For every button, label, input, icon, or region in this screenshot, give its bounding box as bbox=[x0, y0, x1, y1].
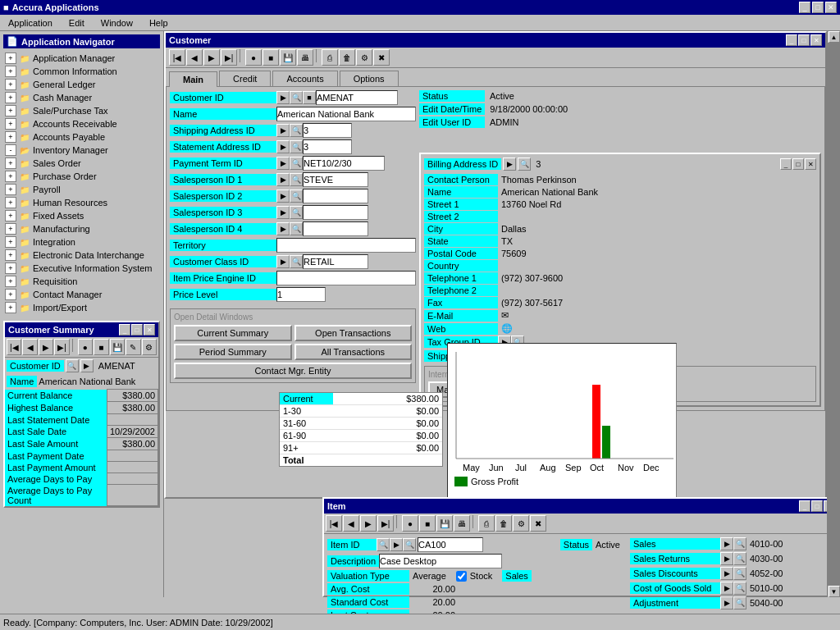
expand-icon[interactable]: + bbox=[5, 302, 16, 313]
sidebar-item-tax[interactable]: + 📁 Sale/Purchase Tax bbox=[3, 104, 160, 117]
billing-icon2[interactable]: 🔍 bbox=[518, 158, 531, 171]
cw-nav-next[interactable]: ▶ bbox=[203, 49, 220, 66]
pay-icon1[interactable]: ▶ bbox=[276, 157, 290, 170]
expand-icon[interactable]: + bbox=[5, 171, 16, 182]
sp4-icon2[interactable]: 🔍 bbox=[290, 222, 303, 235]
stock-checkbox[interactable] bbox=[456, 571, 467, 582]
expand-icon[interactable]: + bbox=[5, 276, 16, 287]
territory-input[interactable] bbox=[276, 238, 416, 253]
sp1-input[interactable] bbox=[303, 172, 368, 187]
acct-adj-icon1[interactable]: ▶ bbox=[720, 596, 733, 609]
class-icon1[interactable]: ▶ bbox=[276, 255, 290, 268]
sidebar-item-fixed-assets[interactable]: + 📁 Fixed Assets bbox=[3, 209, 160, 222]
sidebar-item-gl[interactable]: + 📁 General Ledger bbox=[3, 78, 160, 91]
sp2-icon1[interactable]: ▶ bbox=[276, 189, 290, 203]
cw-config[interactable]: ⚙ bbox=[356, 49, 372, 66]
expand-icon[interactable]: + bbox=[5, 236, 16, 248]
pl-input[interactable] bbox=[276, 287, 326, 302]
sidebar-item-payroll[interactable]: + 📁 Payroll bbox=[3, 183, 160, 196]
expand-icon[interactable]: + bbox=[5, 210, 16, 221]
cw-extra[interactable]: ✖ bbox=[373, 49, 390, 66]
iw-print[interactable]: 🖶 bbox=[454, 515, 470, 532]
expand-icon[interactable]: + bbox=[5, 66, 16, 77]
cw-nav-first[interactable]: |◀ bbox=[169, 49, 185, 66]
cid-icon2[interactable]: 🔍 bbox=[290, 91, 303, 104]
cw-close[interactable]: ✕ bbox=[810, 34, 822, 46]
expand-icon[interactable]: + bbox=[5, 249, 16, 261]
iw-maximize[interactable]: □ bbox=[811, 500, 823, 512]
cw-maximize[interactable]: □ bbox=[798, 34, 810, 46]
cid-icon3[interactable]: ■ bbox=[303, 91, 316, 104]
sidebar-item-ap[interactable]: + 📁 Accounts Payable bbox=[3, 130, 160, 144]
ship-icon1[interactable]: ▶ bbox=[276, 124, 290, 137]
expand-icon[interactable]: + bbox=[5, 197, 16, 208]
sp2-input[interactable] bbox=[303, 189, 368, 203]
maximize-btn[interactable]: □ bbox=[812, 2, 824, 13]
pay-input[interactable] bbox=[303, 156, 385, 171]
sidebar-item-contact[interactable]: + 📁 Contact Manager bbox=[3, 288, 160, 301]
tab-credit[interactable]: Credit bbox=[219, 71, 271, 86]
iw-copy[interactable]: ⎙ bbox=[478, 515, 495, 532]
expand-icon[interactable]: + bbox=[5, 223, 16, 235]
btn-open-transactions[interactable]: Open Transactions bbox=[294, 325, 413, 341]
menu-window[interactable]: Window bbox=[96, 16, 138, 30]
item-icon3[interactable]: 🔍 bbox=[403, 538, 416, 551]
expand-icon[interactable]: + bbox=[5, 131, 16, 143]
name-input[interactable] bbox=[276, 107, 416, 121]
menu-edit[interactable]: Edit bbox=[64, 16, 89, 30]
pay-icon2[interactable]: 🔍 bbox=[290, 157, 303, 170]
acct-adj-icon2[interactable]: 🔍 bbox=[733, 596, 746, 609]
iw-minimize[interactable]: _ bbox=[799, 500, 810, 512]
sp2-icon2[interactable]: 🔍 bbox=[290, 189, 303, 203]
cs-nav-last[interactable]: ▶| bbox=[54, 339, 69, 355]
cs-btn2[interactable]: ■ bbox=[94, 339, 108, 355]
acct-sales-icon2[interactable]: 🔍 bbox=[733, 537, 746, 550]
cw-print[interactable]: 🖶 bbox=[297, 49, 313, 66]
acct-sales-icon1[interactable]: ▶ bbox=[720, 537, 733, 550]
stmt-icon1[interactable]: ▶ bbox=[276, 140, 290, 153]
cs-nav-first[interactable]: |◀ bbox=[7, 339, 21, 355]
cs-close[interactable]: ✕ bbox=[144, 324, 155, 336]
billing-close[interactable]: ✕ bbox=[805, 158, 816, 170]
iw-edit[interactable]: ■ bbox=[419, 515, 436, 532]
sidebar-item-cash[interactable]: + 📁 Cash Manager bbox=[3, 91, 160, 104]
expand-icon[interactable]: + bbox=[5, 118, 16, 130]
cw-delete[interactable]: 🗑 bbox=[339, 49, 355, 66]
sp3-input[interactable] bbox=[303, 205, 368, 220]
cs-nav-next[interactable]: ▶ bbox=[39, 339, 53, 355]
iw-save[interactable]: 💾 bbox=[436, 515, 453, 532]
sidebar-item-import[interactable]: + 📁 Import/Export bbox=[3, 301, 160, 314]
sidebar-item-inventory[interactable]: - 📂 Inventory Manager bbox=[3, 144, 160, 157]
scroll-track[interactable] bbox=[828, 43, 840, 586]
main-scrollbar[interactable]: ▲ ▼ bbox=[827, 31, 840, 597]
btn-all-transactions[interactable]: All Transactions bbox=[294, 344, 413, 360]
expand-icon[interactable]: - bbox=[5, 144, 16, 156]
class-icon2[interactable]: 🔍 bbox=[290, 255, 303, 268]
btn-period-summary[interactable]: Period Summary bbox=[174, 344, 292, 360]
menu-help[interactable]: Help bbox=[144, 16, 173, 30]
tab-accounts[interactable]: Accounts bbox=[272, 71, 337, 86]
close-btn[interactable]: ✕ bbox=[825, 2, 837, 13]
cs-maximize[interactable]: □ bbox=[131, 324, 143, 336]
iw-add[interactable]: ● bbox=[402, 515, 418, 532]
iw-nav-prev[interactable]: ◀ bbox=[343, 515, 359, 532]
cs-lookup-btn[interactable]: ▶ bbox=[80, 359, 94, 372]
sidebar-item-integration[interactable]: + 📁 Integration bbox=[3, 235, 160, 249]
item-icon2[interactable]: ▶ bbox=[390, 538, 403, 551]
tab-main[interactable]: Main bbox=[169, 71, 217, 87]
acct-ret-icon1[interactable]: ▶ bbox=[720, 552, 733, 565]
menu-application[interactable]: Application bbox=[3, 16, 57, 30]
cs-minimize[interactable]: _ bbox=[119, 324, 130, 336]
cw-edit[interactable]: ■ bbox=[262, 49, 279, 66]
expand-icon[interactable]: + bbox=[5, 52, 16, 64]
sidebar-item-po[interactable]: + 📁 Purchase Order bbox=[3, 170, 160, 183]
cw-copy[interactable]: ⎙ bbox=[322, 49, 338, 66]
item-id-input[interactable] bbox=[418, 537, 483, 552]
iw-config[interactable]: ⚙ bbox=[513, 515, 529, 532]
cw-minimize[interactable]: _ bbox=[786, 34, 797, 46]
cw-add[interactable]: ● bbox=[245, 49, 262, 66]
cid-icon1[interactable]: ▶ bbox=[276, 91, 290, 104]
app-window-controls[interactable]: _ □ ✕ bbox=[799, 2, 837, 13]
expand-icon[interactable]: + bbox=[5, 289, 16, 300]
stmt-input[interactable] bbox=[303, 139, 352, 154]
